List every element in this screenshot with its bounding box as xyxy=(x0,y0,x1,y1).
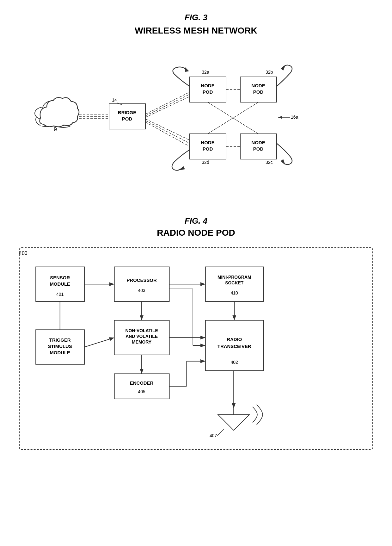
processor-box xyxy=(114,267,169,301)
sensor-module-ref: 401 xyxy=(56,292,64,297)
bridge-ref: 14 xyxy=(112,97,117,102)
svg-line-12 xyxy=(145,119,190,140)
fig4-subtitle: RADIO NODE POD xyxy=(19,228,373,238)
mini-program-ref: 410 xyxy=(231,290,238,295)
svg-marker-24 xyxy=(281,66,285,71)
node32c-label1: NODE xyxy=(251,140,265,145)
trigger-label2: STIMULUS xyxy=(48,344,72,349)
memory-label1: NON-VOLATILE xyxy=(125,328,158,333)
svg-line-29 xyxy=(217,429,224,436)
antenna-symbol xyxy=(218,415,249,431)
radio-transceiver-label1: RADIO xyxy=(227,337,242,342)
svg-marker-26 xyxy=(179,166,185,170)
radio-transceiver-ref: 402 xyxy=(231,360,238,365)
trigger-label1: TRIGGER xyxy=(49,338,71,343)
svg-line-9 xyxy=(145,92,190,114)
svg-line-13 xyxy=(145,121,190,143)
trigger-label3: MODULE xyxy=(50,350,70,355)
svg-line-10 xyxy=(145,94,190,116)
memory-label3: MEMORY xyxy=(132,339,152,344)
fig3-title: FIG. 3 xyxy=(19,13,373,22)
node32c-ref: 32c xyxy=(266,160,273,165)
bridge-pod-label-line1: BRIDGE xyxy=(118,110,136,115)
svg-marker-25 xyxy=(281,159,285,165)
node32b-label2: POD xyxy=(253,89,264,95)
node32c-label2: POD xyxy=(253,146,264,152)
svg-line-14 xyxy=(145,122,190,146)
node32d-label1: NODE xyxy=(201,140,214,145)
fig3-subtitle: WIRELESS MESH NETWORK xyxy=(19,26,373,36)
cloud-shape xyxy=(35,97,79,127)
sensor-module-label2: MODULE xyxy=(50,282,70,287)
node32d-ref: 32d xyxy=(202,160,209,165)
memory-label2: AND VOLATILE xyxy=(126,334,158,339)
page-container: FIG. 3 WIRELESS MESH NETWORK xyxy=(0,0,392,546)
node32a-ref: 32a xyxy=(202,70,209,75)
encoder-label: ENCODER xyxy=(130,381,154,386)
node32d-label2: POD xyxy=(203,146,213,152)
node32b-ref: 32b xyxy=(266,70,273,75)
encoder-box xyxy=(114,374,169,399)
node32a-label1: NODE xyxy=(201,83,214,88)
encoder-ref: 405 xyxy=(138,389,145,394)
fig4-title: FIG. 4 xyxy=(19,216,373,226)
mini-program-label2: SOCKET xyxy=(225,280,243,285)
mini-program-label1: MINI-PROGRAM xyxy=(217,275,251,280)
link16a-ref: 16a xyxy=(291,115,298,120)
node32b-label1: NODE xyxy=(251,83,265,88)
fig4-section: FIG. 4 RADIO NODE POD 400 SENSOR MODULE … xyxy=(19,216,373,450)
antenna-ref: 407 xyxy=(210,433,217,438)
fig4-svg: SENSOR MODULE 401 TRIGGER STIMULUS MODUL… xyxy=(20,248,372,449)
processor-ref: 403 xyxy=(138,288,145,293)
svg-line-11 xyxy=(145,96,190,117)
svg-line-31 xyxy=(84,338,114,347)
node32a-label2: POD xyxy=(203,89,213,95)
fig3-diagram: 9 BRIDGE POD 14 NODE POD 32a NODE POD 32… xyxy=(19,45,373,197)
fig4-diagram: SENSOR MODULE 401 TRIGGER STIMULUS MODUL… xyxy=(19,247,373,450)
svg-marker-23 xyxy=(185,67,189,72)
bridge-pod-label-line2: POD xyxy=(122,116,132,121)
radio-transceiver-label2: TRANSCEIVER xyxy=(217,344,251,349)
fig3-section: FIG. 3 WIRELESS MESH NETWORK xyxy=(19,13,373,197)
fig3-svg: 9 BRIDGE POD 14 NODE POD 32a NODE POD 32… xyxy=(19,45,373,197)
processor-label: PROCESSOR xyxy=(127,278,157,283)
sensor-module-label1: SENSOR xyxy=(50,275,70,280)
